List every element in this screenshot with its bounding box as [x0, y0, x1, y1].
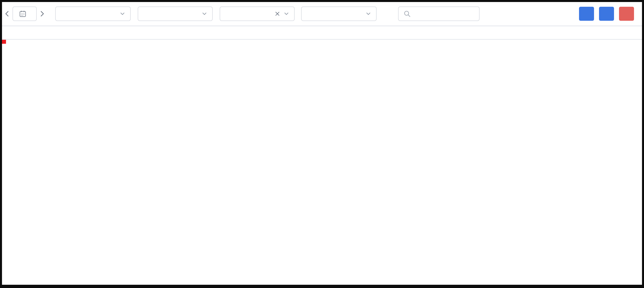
book-multiple-button[interactable] — [579, 7, 594, 21]
time-gutter-header — [2, 26, 57, 39]
delete-button[interactable] — [619, 7, 634, 21]
toolbar — [2, 2, 642, 26]
search-input[interactable] — [414, 10, 474, 18]
filter-coordinators-select[interactable] — [55, 6, 131, 21]
chevron-right-icon — [38, 10, 46, 17]
filter-activities-select[interactable] — [220, 6, 295, 21]
search-icon — [403, 10, 411, 18]
calendar-icon — [19, 10, 26, 18]
clear-selection-icon[interactable] — [274, 10, 281, 17]
chevron-down-icon — [283, 10, 290, 17]
next-day-button[interactable] — [37, 6, 47, 21]
time-gutter — [2, 40, 57, 285]
chevron-down-icon — [119, 10, 126, 17]
calendar-grid — [2, 40, 642, 285]
chevron-left-icon — [4, 10, 11, 17]
day-header-row — [2, 26, 642, 40]
search-bookings-field[interactable] — [398, 6, 480, 21]
app-window — [0, 0, 644, 288]
prev-day-button[interactable] — [2, 6, 12, 21]
edit-button[interactable] — [599, 7, 614, 21]
filter-colors-select[interactable] — [138, 6, 213, 21]
chevron-down-icon — [365, 10, 372, 17]
filter-locations-select[interactable] — [301, 6, 376, 21]
action-buttons — [579, 7, 634, 21]
date-picker[interactable] — [12, 6, 37, 21]
chevron-down-icon — [201, 10, 208, 17]
